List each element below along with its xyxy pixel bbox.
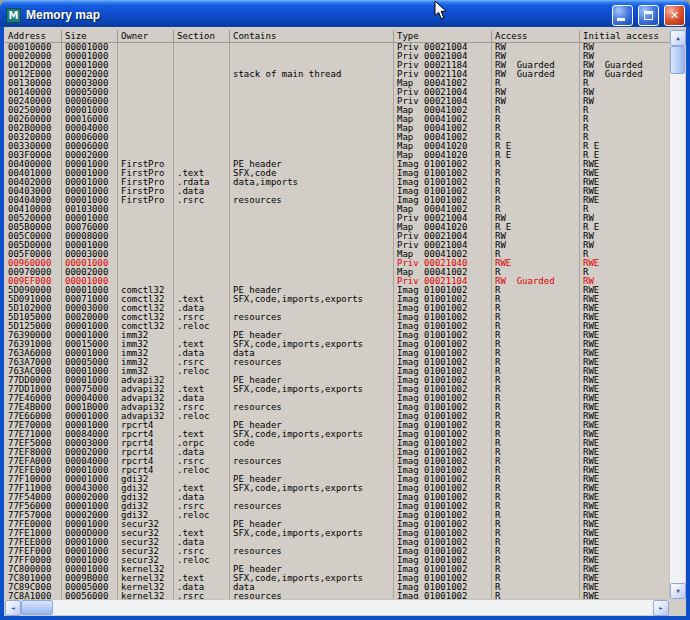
table-row[interactable]: 77DD100000075000advapi32.textSFX,code,im…: [5, 385, 669, 394]
table-row[interactable]: 0026000000016000Map 00041002RR: [5, 115, 669, 124]
table-row[interactable]: 0040000000001000FirstProPE headerImag 01…: [5, 160, 669, 169]
table-row[interactable]: 77FF000000001000secur32.relocImag 010010…: [5, 556, 669, 565]
table-row[interactable]: 0012E00000002000stack of main threadPriv…: [5, 70, 669, 79]
table-row[interactable]: 77FEF00000001000secur32.rsrcresourcesIma…: [5, 547, 669, 556]
table-row[interactable]: 7C80000000001000kernel32PE headerImag 01…: [5, 565, 669, 574]
table-row[interactable]: 0002000000001000Priv 00021004RWRW: [5, 52, 669, 61]
table-row[interactable]: 0096000000001000Priv 00021040RWERWE: [5, 259, 669, 268]
table-row[interactable]: 0040200000001000FirstPro.rdatadata,impor…: [5, 178, 669, 187]
table-row[interactable]: 005B000000076000Map 00041020R ER E: [5, 223, 669, 232]
column-header-initial-access[interactable]: Initial access: [580, 30, 669, 43]
table-row[interactable]: 005D000000001000Priv 00021004RWRW: [5, 241, 669, 250]
table-row[interactable]: 7C8A100000056000kernel32.rsrcresourcesIm…: [5, 592, 669, 599]
table-row[interactable]: 0040400000001000FirstPro.rsrcresourcesIm…: [5, 196, 669, 205]
maximize-button[interactable]: [638, 5, 659, 26]
table-row[interactable]: 763A600000001000imm32.datadataImag 01001…: [5, 349, 669, 358]
table-row[interactable]: 77DD000000001000advapi32PE headerImag 01…: [5, 376, 669, 385]
table-row[interactable]: 77E4600000004000advapi32.dataImag 010010…: [5, 394, 669, 403]
table-row[interactable]: 0025000000001000Map 00041002RR: [5, 106, 669, 115]
table-row[interactable]: 7C8010000009B000kernel32.textSFX,code,im…: [5, 574, 669, 583]
table-row[interactable]: 77F5400000002000gdi32.dataImag 01001002R…: [5, 493, 669, 502]
table-row[interactable]: 005C000000008000Priv 00021004RWRW: [5, 232, 669, 241]
table-row[interactable]: 5D09000000001000comctl32PE headerImag 01…: [5, 286, 669, 295]
table-row[interactable]: 77EF500000003000rpcrt4.orpccodeImag 0100…: [5, 439, 669, 448]
table-row[interactable]: 77F5700000002000gdi32.relocImag 01001002…: [5, 511, 669, 520]
table-row[interactable]: 77EF800000002000rpcrt4.dataImag 01001002…: [5, 448, 669, 457]
table-row[interactable]: 763AC00000001000imm32.relocImag 01001002…: [5, 367, 669, 376]
table-row[interactable]: 0013000000003000Map 00041002RR: [5, 79, 669, 88]
scroll-left-button[interactable]: ◄: [5, 600, 21, 616]
cell-section: [174, 115, 230, 124]
vertical-scroll-thumb[interactable]: [670, 46, 685, 74]
column-header-address[interactable]: Address: [5, 30, 62, 43]
vertical-scroll-track[interactable]: [670, 74, 685, 583]
cell-access: R: [492, 511, 580, 520]
cell-access: R: [492, 394, 580, 403]
cell-access: R: [492, 124, 580, 133]
cell-address: 77FE0000: [5, 520, 62, 529]
cell-initial_access: RWE: [580, 475, 669, 484]
table-row[interactable]: 5D12500000001000comctl32.relocImag 01001…: [5, 322, 669, 331]
table-row[interactable]: 77F5600000001000gdi32.rsrcresourcesImag …: [5, 502, 669, 511]
table-row[interactable]: 005F000000003000Map 00041002RR: [5, 250, 669, 259]
vertical-scrollbar[interactable]: ▲ ▼: [669, 30, 685, 599]
scroll-right-button[interactable]: ►: [653, 600, 669, 616]
table-row[interactable]: 5D09100000071000comctl32.textSFX,code,im…: [5, 295, 669, 304]
table-row[interactable]: 77FE10000000D000secur32.textSFX,code,imp…: [5, 529, 669, 538]
table-row[interactable]: 5D10500000020000comctl32.rsrcresourcesIm…: [5, 313, 669, 322]
table-row[interactable]: 009EF00000001000Priv 00021104RW GuardedR…: [5, 277, 669, 286]
table-row[interactable]: 003F000000002000Map 00041020R ER E: [5, 151, 669, 160]
horizontal-scrollbar[interactable]: ◄ ►: [5, 599, 669, 615]
table-row[interactable]: 77FEE00000001000secur32.dataImag 0100100…: [5, 538, 669, 547]
table-row[interactable]: 0033000000006000Map 00041020R ER E: [5, 142, 669, 151]
cell-address: 77F56000: [5, 502, 62, 511]
table-row[interactable]: 0001000000001000Priv 00021004RWRW: [5, 43, 669, 52]
table-row[interactable]: 77E7000000001000rpcrt4PE headerImag 0100…: [5, 421, 669, 430]
table-row[interactable]: 0097000000002000Map 00041002RR: [5, 268, 669, 277]
column-header-access[interactable]: Access: [492, 30, 580, 43]
scroll-down-button[interactable]: ▼: [670, 583, 686, 599]
column-header-type[interactable]: Type: [394, 30, 492, 43]
table-row[interactable]: 0040300000001000FirstPro.dataImag 010010…: [5, 187, 669, 196]
table-row[interactable]: 77E6600000001000advapi32.relocImag 01001…: [5, 412, 669, 421]
table-row[interactable]: 7639000000001000imm32PE headerImag 01001…: [5, 331, 669, 340]
table-row[interactable]: 77E4B0000001B000advapi32.rsrcresourcesIm…: [5, 403, 669, 412]
table-row[interactable]: 0032000000006000Map 00041002RR: [5, 133, 669, 142]
table-row[interactable]: 0041000000103000Map 00041002RR: [5, 205, 669, 214]
cell-owner: comctl32: [118, 313, 174, 322]
window-icon[interactable]: M: [6, 8, 21, 23]
table-row[interactable]: 0052000000001000Priv 00021004RWRW: [5, 214, 669, 223]
column-header-owner[interactable]: Owner: [118, 30, 174, 43]
table-row[interactable]: 77FE000000001000secur32PE headerImag 010…: [5, 520, 669, 529]
table-row[interactable]: 0024000000006000Priv 00021004RWRW: [5, 97, 669, 106]
cell-section: [174, 421, 230, 430]
table-row[interactable]: 002B000000004000Map 00041002RR: [5, 124, 669, 133]
cell-size: 00006000: [62, 133, 118, 142]
minimize-button[interactable]: [612, 5, 633, 26]
cell-initial_access: RWE: [580, 502, 669, 511]
table-row[interactable]: 77F1000000001000gdi32PE headerImag 01001…: [5, 475, 669, 484]
cell-section: [174, 70, 230, 79]
column-header-section[interactable]: Section: [174, 30, 230, 43]
horizontal-scroll-track[interactable]: [53, 600, 653, 615]
table-row[interactable]: 77F1100000043000gdi32.textSFX,code,impor…: [5, 484, 669, 493]
horizontal-scroll-thumb[interactable]: [21, 600, 53, 615]
table-row[interactable]: 77EFE00000001000rpcrt4.relocImag 0100100…: [5, 466, 669, 475]
title-bar[interactable]: M Memory map ✕: [0, 0, 690, 27]
table-row[interactable]: 7639100000015000imm32.textSFX,code,impor…: [5, 340, 669, 349]
cell-owner: advapi32: [118, 385, 174, 394]
table-row[interactable]: 0040100000001000FirstPro.textSFX,codeIma…: [5, 169, 669, 178]
table-row[interactable]: 763A700000005000imm32.rsrcresourcesImag …: [5, 358, 669, 367]
table-row[interactable]: 77E7100000084000rpcrt4.textSFX,code,impo…: [5, 430, 669, 439]
cell-access: R: [492, 106, 580, 115]
table-row[interactable]: 7C89C00000005000kernel32.datadataImag 01…: [5, 583, 669, 592]
table-row[interactable]: 0014000000005000Priv 00021004RWRW: [5, 88, 669, 97]
cell-address: 00330000: [5, 142, 62, 151]
scroll-up-button[interactable]: ▲: [670, 30, 686, 46]
column-header-contains[interactable]: Contains: [230, 30, 394, 43]
column-header-size[interactable]: Size: [62, 30, 118, 43]
table-row[interactable]: 77EFA00000004000rpcrt4.rsrcresourcesImag…: [5, 457, 669, 466]
table-row[interactable]: 0012D00000001000Priv 00021184RW GuardedR…: [5, 61, 669, 70]
close-button[interactable]: ✕: [664, 5, 685, 26]
table-row[interactable]: 5D10200000003000comctl32.dataImag 010010…: [5, 304, 669, 313]
